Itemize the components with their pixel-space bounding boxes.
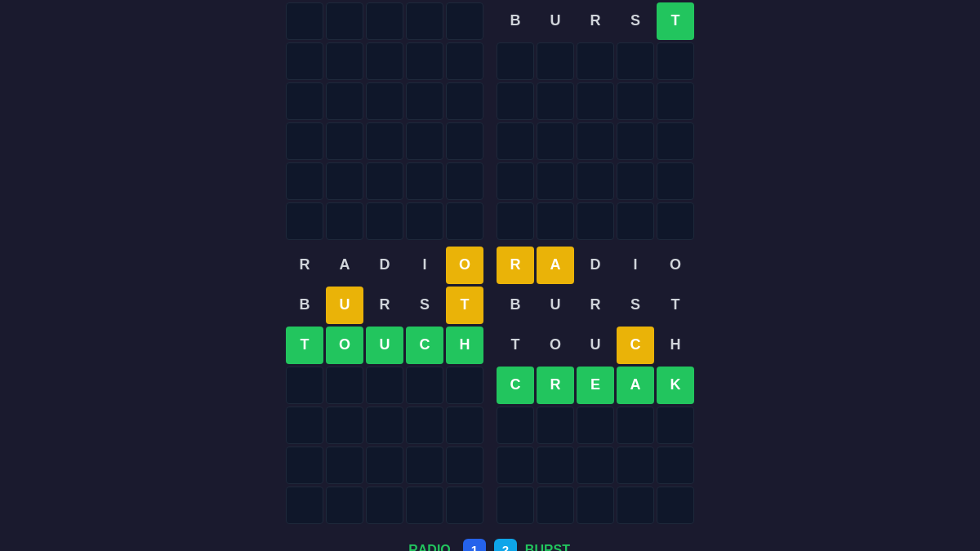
- board-row: [497, 407, 694, 444]
- cell: C: [617, 327, 654, 364]
- cell: [406, 82, 443, 120]
- board-row: BURST: [286, 287, 483, 324]
- cell: [577, 82, 614, 120]
- cell: A: [537, 247, 574, 284]
- cell: [577, 407, 614, 444]
- cell: I: [406, 247, 443, 284]
- board-row: BURST: [497, 287, 694, 324]
- cell: [617, 82, 654, 120]
- board-right-top: RADIOBURST: [497, 0, 694, 240]
- cell: [366, 122, 403, 160]
- cell: [406, 42, 443, 80]
- cell: S: [617, 287, 654, 324]
- cell: [537, 42, 574, 80]
- board-row: RADIO: [497, 247, 694, 284]
- cell: [577, 42, 614, 80]
- cell: [617, 487, 654, 524]
- cell: B: [497, 287, 534, 324]
- cell: [406, 162, 443, 200]
- cell: [406, 202, 443, 240]
- board-row: BURST: [497, 2, 694, 40]
- cell: U: [577, 327, 614, 364]
- scores-section: RADIO 1 2 BURST TOUCH 3 4 CREAK: [408, 539, 571, 552]
- cell: T: [657, 287, 694, 324]
- cell: [657, 202, 694, 240]
- cell: [497, 487, 534, 524]
- cell: [657, 82, 694, 120]
- cell: [497, 122, 534, 160]
- cell: [446, 487, 483, 524]
- cell: [366, 2, 403, 40]
- cell: U: [537, 287, 574, 324]
- cell: [406, 487, 443, 524]
- cell: [286, 407, 323, 444]
- board-row: [286, 82, 483, 120]
- cell: [446, 2, 483, 40]
- board-row: [286, 202, 483, 240]
- cell: [366, 367, 403, 404]
- cell: H: [657, 327, 694, 364]
- cell: R: [577, 287, 614, 324]
- board-row: [497, 447, 694, 484]
- cell: [537, 487, 574, 524]
- cell: [446, 162, 483, 200]
- board-row: [286, 447, 483, 484]
- cell: [326, 367, 363, 404]
- cell: [366, 447, 403, 484]
- cell: T: [446, 287, 483, 324]
- cell: [657, 447, 694, 484]
- cell: K: [657, 367, 694, 404]
- cell: E: [577, 367, 614, 404]
- cell: [446, 367, 483, 404]
- cell: O: [657, 247, 694, 284]
- board-row: [497, 162, 694, 200]
- score-label-burst[interactable]: BURST: [525, 543, 572, 552]
- cell: [537, 122, 574, 160]
- board-row: [497, 202, 694, 240]
- cell: [286, 367, 323, 404]
- cell: O: [537, 327, 574, 364]
- cell: [446, 407, 483, 444]
- cell: [286, 447, 323, 484]
- cell: [326, 407, 363, 444]
- cell: [657, 162, 694, 200]
- cell: [326, 42, 363, 80]
- cell: [497, 447, 534, 484]
- cell: A: [617, 367, 654, 404]
- cell: [326, 447, 363, 484]
- score-label-radio[interactable]: RADIO: [408, 543, 455, 552]
- cell: [446, 202, 483, 240]
- cell: [497, 42, 534, 80]
- cell: [657, 407, 694, 444]
- cell: T: [657, 2, 694, 40]
- boards-bottom-row: RADIOBURSTTOUCH RADIOBURSTTOUCHCREAK: [286, 247, 694, 524]
- cell: C: [406, 327, 443, 364]
- cell: [497, 82, 534, 120]
- board-row: [286, 407, 483, 444]
- cell: [537, 447, 574, 484]
- cell: [406, 2, 443, 40]
- board-row: [286, 367, 483, 404]
- board-left-top: RADIO: [286, 0, 483, 240]
- cell: R: [577, 2, 614, 40]
- cell: I: [617, 247, 654, 284]
- cell: [326, 2, 363, 40]
- score-badge-2: 2: [494, 539, 517, 552]
- cell: [406, 367, 443, 404]
- cell: B: [497, 2, 534, 40]
- cell: [326, 487, 363, 524]
- cell: H: [446, 327, 483, 364]
- cell: [537, 407, 574, 444]
- cell: A: [326, 247, 363, 284]
- board-row: [497, 122, 694, 160]
- board-row: CREAK: [497, 367, 694, 404]
- cell: R: [497, 247, 534, 284]
- cell: [326, 202, 363, 240]
- cell: [286, 82, 323, 120]
- cell: S: [617, 2, 654, 40]
- board-row: [497, 42, 694, 80]
- cell: B: [286, 287, 323, 324]
- cell: [446, 42, 483, 80]
- cell: [286, 202, 323, 240]
- cell: [617, 122, 654, 160]
